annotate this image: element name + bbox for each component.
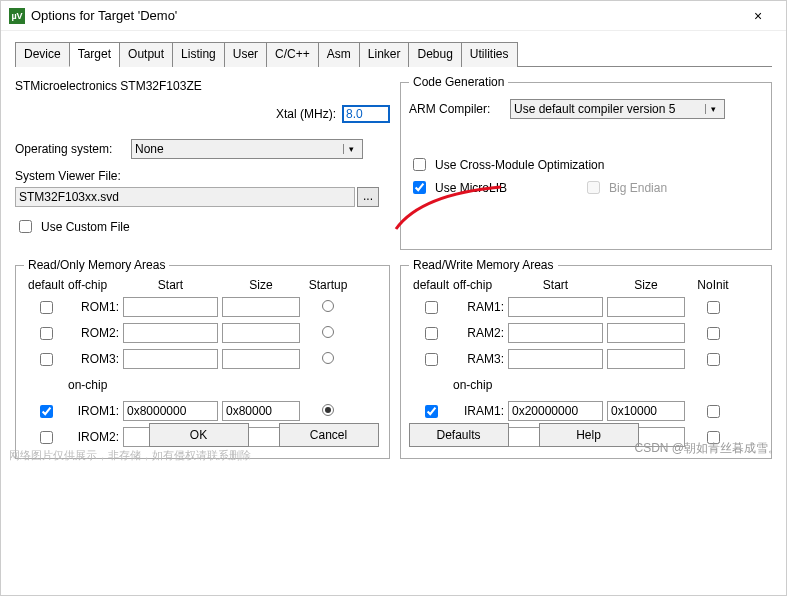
code-generation-legend: Code Generation (409, 75, 508, 89)
start-input[interactable] (508, 323, 603, 343)
use-custom-file-label: Use Custom File (41, 220, 130, 234)
default-checkbox[interactable] (40, 405, 53, 418)
mem-name: IRAM1: (453, 404, 508, 418)
size-input[interactable] (222, 297, 300, 317)
memory-row: RAM3: (409, 346, 763, 372)
start-input[interactable] (508, 401, 603, 421)
big-endian-label: Big Endian (609, 181, 667, 195)
ok-button[interactable]: OK (149, 423, 249, 447)
mem-name: ROM2: (68, 326, 123, 340)
size-input[interactable] (607, 297, 685, 317)
window-title: Options for Target 'Demo' (31, 8, 738, 23)
mem-name: IROM1: (68, 404, 123, 418)
tab-device[interactable]: Device (15, 42, 70, 67)
start-input[interactable] (123, 323, 218, 343)
tab-user[interactable]: User (224, 42, 267, 67)
startup-radio[interactable] (322, 404, 334, 416)
xtal-input[interactable]: 8.0 (342, 105, 390, 123)
arm-compiler-label: ARM Compiler: (409, 102, 504, 116)
chevron-down-icon: ▾ (705, 104, 721, 114)
code-generation-group: Code Generation ARM Compiler: Use defaul… (400, 75, 772, 250)
os-label: Operating system: (15, 142, 125, 156)
default-checkbox[interactable] (425, 405, 438, 418)
size-input[interactable] (222, 323, 300, 343)
noinit-checkbox[interactable] (707, 301, 720, 314)
microlib-checkbox[interactable] (413, 181, 426, 194)
readwrite-legend: Read/Write Memory Areas (409, 258, 558, 272)
device-name: STMicroelectronics STM32F103ZE (15, 79, 202, 93)
big-endian-checkbox (587, 181, 600, 194)
tab-asm[interactable]: Asm (318, 42, 360, 67)
chevron-down-icon: ▾ (343, 144, 359, 154)
tab-debug[interactable]: Debug (408, 42, 461, 67)
default-checkbox[interactable] (425, 353, 438, 366)
startup-radio[interactable] (322, 300, 334, 312)
tab-output[interactable]: Output (119, 42, 173, 67)
os-select[interactable]: None▾ (131, 139, 363, 159)
noinit-checkbox[interactable] (707, 353, 720, 366)
help-button[interactable]: Help (539, 423, 639, 447)
tab-utilities[interactable]: Utilities (461, 42, 518, 67)
size-input[interactable] (222, 349, 300, 369)
memory-row: RAM2: (409, 320, 763, 346)
size-input[interactable] (222, 401, 300, 421)
start-input[interactable] (123, 297, 218, 317)
startup-radio[interactable] (322, 352, 334, 364)
microlib-label: Use MicroLIB (435, 181, 507, 195)
client-area: DeviceTargetOutputListingUserC/C++AsmLin… (1, 31, 786, 459)
cancel-button[interactable]: Cancel (279, 423, 379, 447)
watermark: CSDN @朝如青丝暮成雪。 (634, 440, 780, 457)
memory-row: IROM1: (24, 398, 381, 424)
mem-name: RAM2: (453, 326, 508, 340)
start-input[interactable] (508, 297, 603, 317)
noinit-checkbox[interactable] (707, 327, 720, 340)
app-icon: µV (9, 8, 25, 24)
svf-input[interactable] (15, 187, 355, 207)
default-checkbox[interactable] (425, 301, 438, 314)
mem-name: RAM1: (453, 300, 508, 314)
memory-row: IRAM1: (409, 398, 763, 424)
tab-strip: DeviceTargetOutputListingUserC/C++AsmLin… (15, 41, 772, 67)
svf-browse-button[interactable]: ... (357, 187, 379, 207)
start-input[interactable] (123, 349, 218, 369)
default-checkbox[interactable] (40, 353, 53, 366)
mem-name: ROM1: (68, 300, 123, 314)
xtal-label: Xtal (MHz): (276, 107, 336, 121)
readonly-legend: Read/Only Memory Areas (24, 258, 169, 272)
start-input[interactable] (508, 349, 603, 369)
size-input[interactable] (607, 323, 685, 343)
options-dialog: µV Options for Target 'Demo' × DeviceTar… (0, 0, 787, 596)
memory-row: ROM1: (24, 294, 381, 320)
default-checkbox[interactable] (40, 327, 53, 340)
default-checkbox[interactable] (40, 301, 53, 314)
size-input[interactable] (607, 349, 685, 369)
default-checkbox[interactable] (425, 327, 438, 340)
titlebar: µV Options for Target 'Demo' × (1, 1, 786, 31)
memory-row: ROM2: (24, 320, 381, 346)
tab-cc[interactable]: C/C++ (266, 42, 319, 67)
memory-row: RAM1: (409, 294, 763, 320)
tab-target[interactable]: Target (69, 42, 120, 67)
cross-module-label: Use Cross-Module Optimization (435, 158, 604, 172)
tab-listing[interactable]: Listing (172, 42, 225, 67)
defaults-button[interactable]: Defaults (409, 423, 509, 447)
start-input[interactable] (123, 401, 218, 421)
tab-linker[interactable]: Linker (359, 42, 410, 67)
mem-name: ROM3: (68, 352, 123, 366)
use-custom-file-checkbox[interactable] (19, 220, 32, 233)
arm-compiler-select[interactable]: Use default compiler version 5▾ (510, 99, 725, 119)
memory-row: ROM3: (24, 346, 381, 372)
svf-label: System Viewer File: (15, 169, 121, 183)
cross-module-checkbox[interactable] (413, 158, 426, 171)
close-icon[interactable]: × (738, 8, 778, 24)
startup-radio[interactable] (322, 326, 334, 338)
size-input[interactable] (607, 401, 685, 421)
footnote: 网络图片仅供展示，非存储，如有侵权请联系删除 (9, 448, 251, 463)
noinit-checkbox[interactable] (707, 405, 720, 418)
mem-name: RAM3: (453, 352, 508, 366)
